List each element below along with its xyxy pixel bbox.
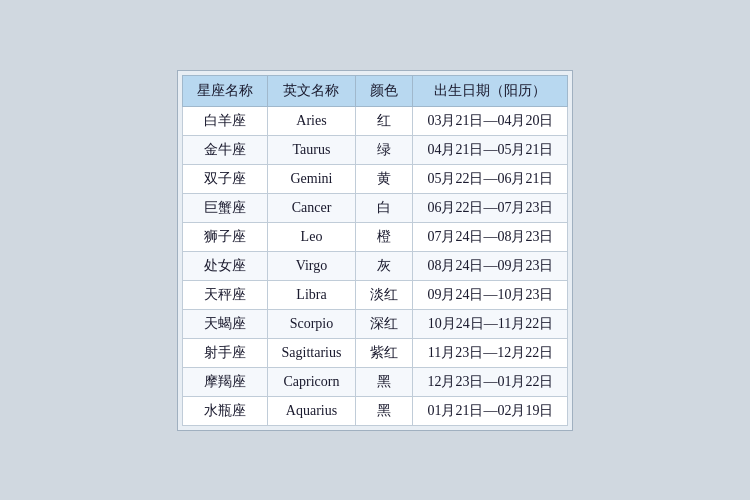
cell-dates: 04月21日—05月21日 [413, 135, 568, 164]
cell-chinese: 狮子座 [182, 222, 267, 251]
cell-dates: 06月22日—07月23日 [413, 193, 568, 222]
cell-color: 白 [356, 193, 413, 222]
cell-english: Capricorn [267, 367, 356, 396]
cell-dates: 11月23日—12月22日 [413, 338, 568, 367]
col-header-english: 英文名称 [267, 75, 356, 106]
cell-chinese: 白羊座 [182, 106, 267, 135]
cell-english: Scorpio [267, 309, 356, 338]
cell-color: 黑 [356, 396, 413, 425]
col-header-dates: 出生日期（阳历） [413, 75, 568, 106]
table-row: 射手座Sagittarius紫红11月23日—12月22日 [182, 338, 568, 367]
cell-color: 深红 [356, 309, 413, 338]
cell-chinese: 摩羯座 [182, 367, 267, 396]
cell-chinese: 处女座 [182, 251, 267, 280]
col-header-color: 颜色 [356, 75, 413, 106]
cell-chinese: 双子座 [182, 164, 267, 193]
cell-chinese: 金牛座 [182, 135, 267, 164]
cell-english: Aries [267, 106, 356, 135]
cell-dates: 05月22日—06月21日 [413, 164, 568, 193]
cell-chinese: 射手座 [182, 338, 267, 367]
cell-english: Gemini [267, 164, 356, 193]
cell-color: 橙 [356, 222, 413, 251]
zodiac-table: 星座名称 英文名称 颜色 出生日期（阳历） 白羊座Aries红03月21日—04… [182, 75, 569, 426]
cell-english: Taurus [267, 135, 356, 164]
cell-dates: 07月24日—08月23日 [413, 222, 568, 251]
cell-english: Cancer [267, 193, 356, 222]
col-header-chinese: 星座名称 [182, 75, 267, 106]
cell-color: 灰 [356, 251, 413, 280]
table-row: 金牛座Taurus绿04月21日—05月21日 [182, 135, 568, 164]
table-row: 狮子座Leo橙07月24日—08月23日 [182, 222, 568, 251]
table-row: 水瓶座Aquarius黑01月21日—02月19日 [182, 396, 568, 425]
table-row: 双子座Gemini黄05月22日—06月21日 [182, 164, 568, 193]
cell-color: 紫红 [356, 338, 413, 367]
cell-chinese: 巨蟹座 [182, 193, 267, 222]
cell-color: 黑 [356, 367, 413, 396]
cell-dates: 01月21日—02月19日 [413, 396, 568, 425]
table-row: 巨蟹座Cancer白06月22日—07月23日 [182, 193, 568, 222]
cell-english: Libra [267, 280, 356, 309]
cell-english: Sagittarius [267, 338, 356, 367]
table-row: 天秤座Libra淡红09月24日—10月23日 [182, 280, 568, 309]
cell-chinese: 水瓶座 [182, 396, 267, 425]
cell-english: Virgo [267, 251, 356, 280]
cell-dates: 12月23日—01月22日 [413, 367, 568, 396]
table-container: 星座名称 英文名称 颜色 出生日期（阳历） 白羊座Aries红03月21日—04… [177, 70, 574, 431]
cell-color: 黄 [356, 164, 413, 193]
cell-english: Aquarius [267, 396, 356, 425]
cell-color: 绿 [356, 135, 413, 164]
table-row: 摩羯座Capricorn黑12月23日—01月22日 [182, 367, 568, 396]
cell-chinese: 天蝎座 [182, 309, 267, 338]
cell-dates: 08月24日—09月23日 [413, 251, 568, 280]
cell-english: Leo [267, 222, 356, 251]
cell-dates: 03月21日—04月20日 [413, 106, 568, 135]
table-header-row: 星座名称 英文名称 颜色 出生日期（阳历） [182, 75, 568, 106]
cell-color: 淡红 [356, 280, 413, 309]
cell-chinese: 天秤座 [182, 280, 267, 309]
cell-dates: 10月24日—11月22日 [413, 309, 568, 338]
cell-dates: 09月24日—10月23日 [413, 280, 568, 309]
table-row: 白羊座Aries红03月21日—04月20日 [182, 106, 568, 135]
table-row: 天蝎座Scorpio深红10月24日—11月22日 [182, 309, 568, 338]
cell-color: 红 [356, 106, 413, 135]
table-row: 处女座Virgo灰08月24日—09月23日 [182, 251, 568, 280]
